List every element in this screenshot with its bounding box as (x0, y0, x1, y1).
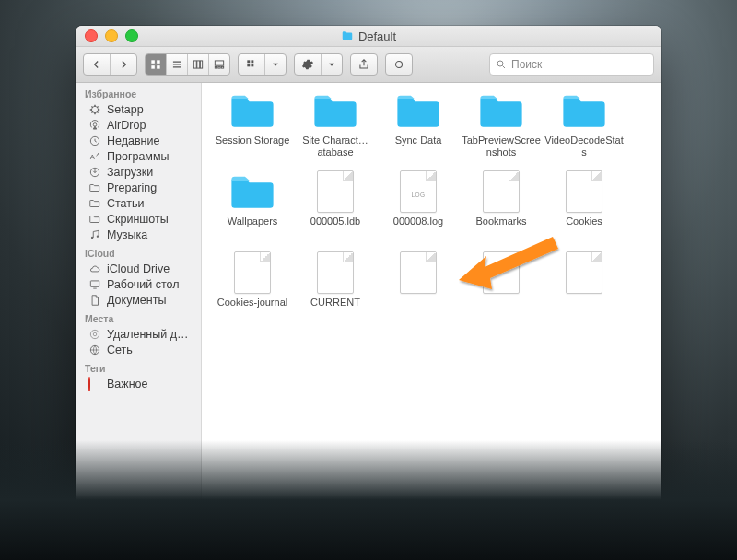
folder-icon (558, 90, 610, 131)
sidebar-group-header: Места (76, 308, 201, 326)
sidebar-item-label: Музыка (107, 228, 147, 241)
search-icon (496, 59, 507, 70)
folder-item[interactable]: VideoDecodeStats (543, 90, 626, 171)
sidebar: ИзбранноеSetappAirDropНедавниеAПрограммы… (76, 83, 202, 519)
svg-rect-16 (247, 64, 250, 66)
file-item[interactable] (377, 252, 460, 333)
folder-item[interactable]: Session Storage (211, 90, 294, 171)
item-label: Cookies-journal (213, 297, 292, 309)
desktop-background: Default (0, 0, 737, 560)
sidebar-item[interactable]: Важное (76, 376, 201, 391)
view-gallery-button[interactable] (209, 54, 229, 75)
item-label: Site Charact…atabase (296, 134, 375, 158)
sidebar-item[interactable]: Setapp (76, 101, 201, 117)
network-icon (88, 344, 101, 356)
recent-icon (88, 134, 101, 147)
file-grid[interactable]: Session StorageSite Charact…atabaseSync … (202, 83, 661, 519)
file-item[interactable]: 000005.ldb (294, 171, 377, 252)
svg-rect-15 (251, 60, 253, 63)
chevron-down-icon (265, 54, 286, 75)
folder-item[interactable]: TabPreviewScreenshots (460, 90, 543, 171)
sidebar-item[interactable]: iCloud Drive (76, 261, 201, 276)
view-columns-button[interactable] (188, 54, 209, 75)
file-item[interactable]: Cookies (543, 171, 626, 252)
file-item[interactable] (460, 252, 543, 333)
music-icon (88, 228, 101, 241)
svg-rect-9 (200, 61, 202, 68)
svg-point-26 (97, 235, 99, 237)
item-label: Wallpapers (213, 216, 292, 228)
sidebar-item[interactable]: Скриншоты (76, 211, 201, 227)
svg-rect-8 (197, 61, 200, 68)
action-menu[interactable] (294, 53, 343, 76)
file-icon (475, 252, 527, 293)
folder-icon (88, 181, 101, 194)
svg-rect-13 (221, 66, 223, 68)
file-item[interactable]: CURRENT (294, 252, 377, 333)
svg-point-25 (91, 236, 93, 238)
folder-item[interactable]: Sync Data (377, 90, 460, 171)
sidebar-item-label: Статьи (107, 197, 145, 210)
sidebar-item[interactable]: Preparing (76, 180, 201, 195)
arrange-menu[interactable] (238, 53, 287, 76)
item-label: Bookmarks (462, 216, 541, 228)
sidebar-item[interactable]: Загрузки (76, 164, 201, 180)
svg-rect-17 (251, 64, 253, 66)
sidebar-item-label: Удаленный д… (107, 328, 189, 341)
finder-window: Default (76, 26, 661, 519)
view-list-button[interactable] (167, 54, 188, 75)
share-button[interactable] (350, 53, 378, 76)
sidebar-item-label: Важное (107, 378, 147, 391)
search-placeholder: Поиск (511, 58, 542, 71)
folder-icon (341, 29, 354, 42)
svg-rect-2 (151, 65, 155, 69)
airdrop-icon (88, 119, 101, 132)
sidebar-item[interactable]: Музыка (76, 227, 201, 242)
svg-point-28 (90, 330, 99, 338)
file-icon (310, 252, 361, 293)
apps-icon: A (88, 150, 101, 163)
chevron-down-icon (322, 54, 342, 75)
svg-rect-7 (193, 61, 196, 68)
view-icons-button[interactable] (146, 54, 167, 75)
sidebar-item[interactable]: Сеть (76, 342, 201, 357)
sidebar-item[interactable]: Недавние (76, 133, 201, 148)
downloads-icon (88, 166, 101, 179)
nav-buttons (83, 53, 137, 76)
sidebar-item-label: Рабочий стол (107, 278, 179, 291)
sidebar-item[interactable]: Статьи (76, 195, 201, 211)
sidebar-item-label: Программы (107, 150, 170, 163)
folder-item[interactable]: Site Charact…atabase (294, 90, 377, 171)
file-item[interactable]: Bookmarks (460, 171, 543, 252)
item-label: CURRENT (296, 297, 375, 309)
folder-icon (227, 90, 278, 131)
sidebar-item[interactable]: AПрограммы (76, 148, 201, 164)
sidebar-item-label: Загрузки (107, 166, 153, 179)
file-icon (558, 171, 610, 212)
icloud-icon (88, 262, 101, 275)
tag-red-icon (88, 378, 101, 391)
titlebar[interactable]: Default (76, 26, 661, 47)
setapp-icon (88, 103, 101, 116)
sidebar-item-label: Скриншоты (107, 213, 169, 226)
folder-item[interactable]: Wallpapers (211, 171, 294, 252)
sidebar-group-header: Теги (76, 357, 201, 376)
item-label: Sync Data (379, 134, 458, 146)
sidebar-item[interactable]: Рабочий стол (76, 276, 201, 292)
file-icon (475, 171, 527, 212)
folder-icon (88, 197, 101, 210)
svg-rect-1 (157, 60, 160, 64)
svg-rect-14 (247, 60, 250, 63)
sidebar-item[interactable]: Удаленный д… (76, 326, 201, 342)
tags-button[interactable] (385, 53, 413, 76)
back-button[interactable] (84, 54, 111, 75)
search-input[interactable]: Поиск (489, 53, 654, 76)
folder-icon (88, 213, 101, 226)
sidebar-item[interactable]: Документы (76, 292, 201, 308)
sidebar-item[interactable]: AirDrop (76, 117, 201, 133)
file-item[interactable] (543, 252, 626, 333)
file-item[interactable]: Cookies-journal (211, 252, 294, 333)
svg-rect-3 (157, 65, 160, 69)
file-item[interactable]: LOG000008.log (377, 171, 460, 252)
forward-button[interactable] (111, 54, 136, 75)
